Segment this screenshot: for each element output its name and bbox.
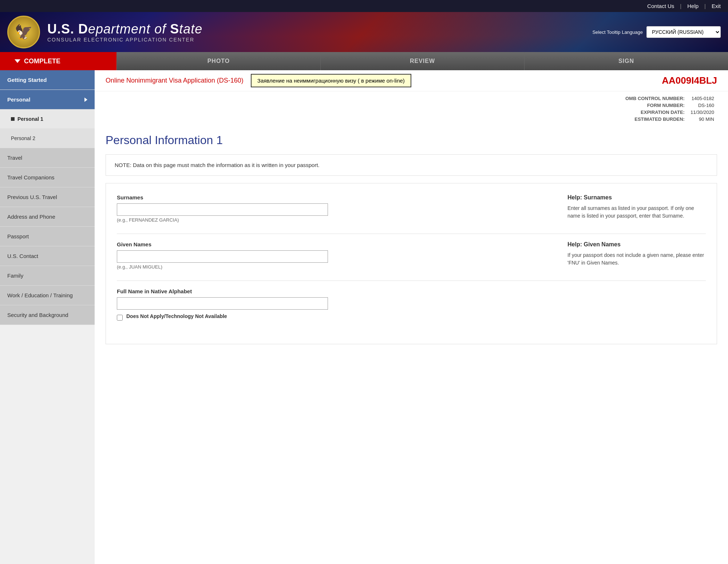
sidebar-item-label: Passport	[7, 233, 29, 239]
header: 🦅 U.S. Department of State CONSULAR ELEC…	[0, 12, 728, 52]
given-names-help-title: Help: Given Names	[567, 241, 706, 248]
form-info: OMB CONTROL NUMBER: 1405-0182 FORM NUMBE…	[95, 91, 728, 126]
sidebar-item-label: Work / Education / Training	[7, 292, 73, 298]
sidebar-item-label: Family	[7, 273, 23, 279]
lang-label: Select Tooltip Language	[592, 29, 643, 35]
sidebar-item-personal-1[interactable]: Personal 1	[0, 110, 95, 129]
form-section: Surnames (e.g., FERNANDEZ GARCIA) Help: …	[106, 183, 717, 344]
top-bar: Contact Us | Help | Exit	[0, 0, 728, 12]
native-alphabet-field: Full Name in Native Alphabet Does Not Ap…	[117, 288, 706, 322]
divider1	[117, 234, 706, 234]
tooltip-text: Заявление на неиммиграционную визу ( в р…	[257, 78, 405, 84]
sidebar-item-security-background[interactable]: Security and Background	[0, 305, 95, 325]
nav-bar: COMPLETE PHOTO REVIEW SIGN	[0, 52, 728, 70]
does-not-apply-label: Does Not Apply/Technology Not Available	[126, 313, 227, 319]
sidebar-item-passport[interactable]: Passport	[0, 227, 95, 246]
sidebar: Getting Started Personal Personal 1 Pers…	[0, 70, 95, 564]
surnames-help-title: Help: Surnames	[567, 194, 706, 201]
seal-icon: 🦅	[15, 24, 33, 41]
sidebar-item-label: Personal 1	[17, 116, 43, 122]
header-subtitle: CONSULAR ELECTRONIC APPLICATION CENTER	[47, 37, 202, 43]
sidebar-item-us-contact[interactable]: U.S. Contact	[0, 246, 95, 266]
given-names-help-text: If your passport does not include a give…	[567, 251, 706, 267]
surnames-help-text: Enter all surnames as listed in your pas…	[567, 204, 706, 220]
surnames-label: Surnames	[117, 194, 553, 200]
language-select[interactable]: РУССКИЙ (RUSSIAN) ENGLISH ESPAÑOL FRANÇA…	[646, 26, 721, 38]
nav-tab-photo[interactable]: PHOTO	[116, 52, 320, 70]
app-title: Online Nonimmigrant Visa Application (DS…	[106, 77, 244, 84]
app-id: AA009I4BLJ	[662, 75, 717, 86]
nav-tab-sign[interactable]: SIGN	[524, 52, 728, 70]
sidebar-item-label: Security and Background	[7, 312, 68, 318]
native-alphabet-label: Full Name in Native Alphabet	[117, 288, 706, 294]
exp-date-label: EXPIRATION DATE:	[622, 109, 688, 116]
divider2	[117, 281, 706, 281]
form-num-label: FORM NUMBER:	[622, 102, 688, 109]
main-layout: Getting Started Personal Personal 1 Pers…	[0, 70, 728, 564]
burden-label: ESTIMATED BURDEN:	[622, 116, 688, 123]
sidebar-item-family[interactable]: Family	[0, 266, 95, 286]
given-names-label: Given Names	[117, 241, 553, 247]
complete-arrow-icon	[15, 59, 20, 63]
nav-complete[interactable]: COMPLETE	[0, 52, 116, 70]
header-text: U.S. Department of State CONSULAR ELECTR…	[47, 21, 202, 43]
sidebar-item-address-phone[interactable]: Address and Phone	[0, 207, 95, 227]
page-title-area: Personal Information 1	[95, 126, 728, 151]
given-names-row: Given Names (e.g., JUAN MIGUEL) Help: Gi…	[117, 241, 706, 270]
omb-value: 1405-0182	[688, 95, 717, 102]
omb-label: OMB CONTROL NUMBER:	[622, 95, 688, 102]
sidebar-item-work-education[interactable]: Work / Education / Training	[0, 286, 95, 305]
does-not-apply-row: Does Not Apply/Technology Not Available	[117, 313, 706, 322]
sidebar-item-label: Getting Started	[7, 77, 47, 83]
surnames-help: Help: Surnames Enter all surnames as lis…	[567, 194, 706, 223]
tooltip-box: Заявление на неиммиграционную визу ( в р…	[251, 74, 411, 87]
sidebar-item-personal-2[interactable]: Personal 2	[0, 129, 95, 148]
native-alphabet-row: Full Name in Native Alphabet Does Not Ap…	[117, 288, 706, 322]
bullet-icon	[11, 117, 15, 121]
form-num-value: DS-160	[688, 102, 717, 109]
sidebar-item-travel-companions[interactable]: Travel Companions	[0, 168, 95, 187]
complete-label: COMPLETE	[24, 57, 60, 65]
given-names-hint: (e.g., JUAN MIGUEL)	[117, 264, 553, 270]
sidebar-item-label: Travel	[7, 155, 22, 161]
sidebar-item-label: Previous U.S. Travel	[7, 194, 57, 200]
sidebar-item-label: Address and Phone	[7, 214, 55, 220]
native-alphabet-input[interactable]	[117, 297, 328, 310]
seal: 🦅	[7, 16, 40, 48]
sep2: |	[704, 3, 706, 9]
sidebar-item-travel[interactable]: Travel	[0, 148, 95, 168]
given-names-field: Given Names (e.g., JUAN MIGUEL)	[117, 241, 553, 270]
given-names-input[interactable]	[117, 250, 328, 263]
surnames-field: Surnames (e.g., FERNANDEZ GARCIA)	[117, 194, 553, 223]
sidebar-item-previous-us-travel[interactable]: Previous U.S. Travel	[0, 187, 95, 207]
does-not-apply-checkbox[interactable]	[117, 315, 123, 321]
nav-tab-review[interactable]: REVIEW	[320, 52, 524, 70]
sidebar-item-label: U.S. Contact	[7, 253, 38, 259]
given-names-help: Help: Given Names If your passport does …	[567, 241, 706, 270]
page-title: Personal Information 1	[106, 134, 717, 147]
sidebar-item-label: Personal 2	[11, 135, 35, 141]
sep1: |	[680, 3, 681, 9]
sidebar-item-getting-started[interactable]: Getting Started	[0, 70, 95, 90]
surnames-input[interactable]	[117, 203, 328, 216]
sidebar-item-personal[interactable]: Personal	[0, 90, 95, 110]
surnames-hint: (e.g., FERNANDEZ GARCIA)	[117, 217, 553, 223]
note-text: NOTE: Data on this page must match the i…	[115, 162, 320, 168]
exit-link[interactable]: Exit	[712, 3, 721, 9]
dept-name: U.S. Department of State	[47, 21, 202, 37]
help-link[interactable]: Help	[687, 3, 699, 9]
chevron-right-icon	[84, 98, 87, 102]
header-lang: Select Tooltip Language РУССКИЙ (RUSSIAN…	[592, 26, 721, 38]
contact-us-link[interactable]: Contact Us	[647, 3, 674, 9]
sidebar-item-label: Personal	[7, 96, 30, 103]
note-box: NOTE: Data on this page must match the i…	[106, 154, 717, 176]
content-area: Online Nonimmigrant Visa Application (DS…	[95, 70, 728, 564]
exp-date-value: 11/30/2020	[688, 109, 717, 116]
surnames-row: Surnames (e.g., FERNANDEZ GARCIA) Help: …	[117, 194, 706, 223]
burden-value: 90 MIN	[688, 116, 717, 123]
sidebar-item-label: Travel Companions	[7, 174, 55, 180]
